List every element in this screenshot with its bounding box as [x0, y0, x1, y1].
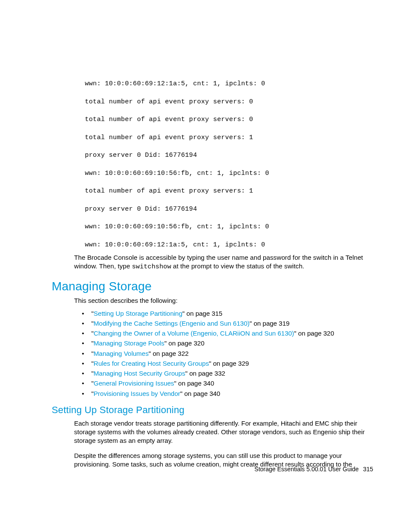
- page-content: wwn: 10:0:0:60:69:12:1a:5, cnt: 1, ipcln…: [0, 0, 411, 469]
- toc-suffix: " on page 340: [180, 390, 220, 397]
- footer-title: Storage Essentials 5.00.01 User Guide: [255, 466, 359, 473]
- toc-suffix: " on page 315: [182, 310, 222, 317]
- toc-item: "Managing Storage Pools" on page 320: [82, 338, 373, 348]
- code-line: total number of api event proxy servers:…: [85, 98, 373, 106]
- page-number: 315: [363, 466, 373, 473]
- toc-item: "Modifying the Cache Settings (Engenio a…: [82, 318, 373, 328]
- code-line: wwn: 10:0:0:60:69:10:56:fb, cnt: 1, ipcl…: [85, 223, 373, 231]
- code-line: total number of api event proxy servers:…: [85, 187, 373, 196]
- page-footer: Storage Essentials 5.00.01 User Guide315: [255, 466, 373, 473]
- toc-suffix: " on page 320: [165, 339, 205, 347]
- code-line: wwn: 10:0:0:60:69:10:56:fb, cnt: 1, ipcl…: [85, 169, 373, 178]
- heading-managing-storage: Managing Storage: [52, 280, 373, 293]
- code-line: total number of api event proxy servers:…: [85, 134, 373, 142]
- code-line: wwn: 10:0:0:60:69:12:1a:5, cnt: 1, ipcln…: [85, 241, 373, 249]
- code-line: total number of api event proxy servers:…: [85, 115, 373, 124]
- toc-suffix: " on page 332: [185, 370, 225, 377]
- code-line: wwn: 10:0:0:60:69:12:1a:5, cnt: 1, ipcln…: [85, 80, 373, 88]
- toc-item: "Rules for Creating Host Security Groups…: [82, 358, 373, 368]
- console-text-b: at the prompt to view the status of the …: [171, 262, 304, 270]
- toc-suffix: " on page 319: [249, 320, 290, 327]
- toc-item: "Changing the Owner of a Volume (Engenio…: [82, 328, 373, 338]
- toc-link[interactable]: Setting Up Storage Partitioning: [93, 310, 182, 317]
- toc-suffix: " on page 322: [149, 350, 189, 357]
- toc-suffix: " on page 320: [294, 330, 334, 337]
- console-paragraph: The Brocade Console is accessible by typ…: [74, 253, 373, 272]
- toc-link[interactable]: Managing Host Security Groups: [93, 370, 185, 377]
- toc-item: "General Provisioning Issues" on page 34…: [82, 378, 373, 388]
- toc-link[interactable]: General Provisioning Issues: [93, 380, 174, 387]
- toc-item: "Provisioning Issues by Vendor" on page …: [82, 389, 373, 398]
- toc-item: "Managing Volumes" on page 322: [82, 348, 373, 358]
- code-block: wwn: 10:0:0:60:69:12:1a:5, cnt: 1, ipcln…: [85, 80, 373, 249]
- toc-link[interactable]: Modifying the Cache Settings (Engenio an…: [93, 320, 249, 327]
- toc-link[interactable]: Managing Volumes: [93, 350, 149, 357]
- console-command: switchshow: [132, 263, 171, 271]
- section-intro: This section describes the following:: [74, 297, 373, 304]
- heading-setting-up-storage-partitioning: Setting Up Storage Partitioning: [52, 404, 373, 416]
- toc-item: "Managing Host Security Groups" on page …: [82, 368, 373, 378]
- toc-link[interactable]: Provisioning Issues by Vendor: [93, 390, 180, 397]
- toc-link[interactable]: Rules for Creating Host Security Groups: [93, 360, 209, 367]
- toc-suffix: " on page 340: [174, 380, 214, 387]
- code-line: proxy server 0 Did: 16776194: [85, 151, 373, 160]
- toc-item: "Setting Up Storage Partitioning" on pag…: [82, 308, 373, 318]
- toc-link[interactable]: Changing the Owner of a Volume (Engenio,…: [93, 330, 294, 337]
- toc-list: "Setting Up Storage Partitioning" on pag…: [82, 308, 373, 398]
- toc-suffix: " on page 329: [209, 360, 249, 367]
- code-line: proxy server 0 Did: 16776194: [85, 205, 373, 214]
- body-paragraph: Each storage vendor treats storage parti…: [74, 419, 373, 445]
- toc-link[interactable]: Managing Storage Pools: [93, 339, 164, 347]
